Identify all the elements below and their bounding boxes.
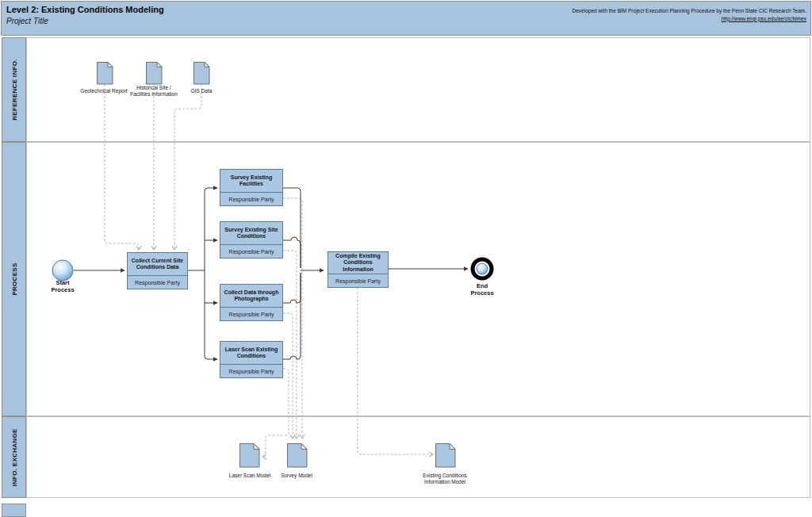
lane-info-exchange xyxy=(26,416,810,498)
responsible-party-label: Responsible Party xyxy=(220,307,282,320)
lane-label-reference-info: REFERENCE INFO. xyxy=(10,59,17,120)
task-survey-existing-site-conditions: Survey Existing Site Conditions Responsi… xyxy=(220,221,283,258)
task-title: Collect Current Site Conditions Data xyxy=(128,253,187,275)
end-process-label: End Process xyxy=(458,282,506,297)
task-title: Survey Existing Facilities xyxy=(220,170,282,192)
credit-text: Developed with the BIM Project Execution… xyxy=(573,8,806,13)
task-compile-existing-conditions-information: Compile Existing Conditions Information … xyxy=(327,251,389,288)
lane-strip-truncated xyxy=(2,504,26,517)
lane-strip-process: PROCESS xyxy=(2,142,26,416)
process-map-page: Level 2: Existing Conditions Modeling Pr… xyxy=(0,0,812,517)
survey-model-label: Survey Model xyxy=(261,473,332,479)
task-title: Laser Scan Existing Conditions xyxy=(220,342,282,364)
responsible-party-label: Responsible Party xyxy=(220,364,282,377)
title-bar: Level 2: Existing Conditions Modeling Pr… xyxy=(1,1,811,36)
project-title: Project Title xyxy=(6,17,48,25)
task-title: Survey Existing Site Conditions xyxy=(220,222,282,244)
lane-strip-info-exchange: INFO. EXCHANGE xyxy=(2,416,26,498)
existing-conditions-model-label: Existing Conditions Information Model xyxy=(409,473,481,485)
task-collect-data-through-photographs: Collect Data through Photographs Respons… xyxy=(220,284,283,321)
credit-block: Developed with the BIM Project Execution… xyxy=(573,7,806,23)
responsible-party-label: Responsible Party xyxy=(220,192,282,205)
task-survey-existing-facilities: Survey Existing Facilities Responsible P… xyxy=(220,169,283,206)
task-title: Compile Existing Conditions Information xyxy=(328,252,388,274)
responsible-party-label: Responsible Party xyxy=(328,274,388,287)
bimex-link[interactable]: http://www.engr.psu.edu/ae/cic/bimex xyxy=(722,16,806,21)
task-collect-current-site-conditions: Collect Current Site Conditions Data Res… xyxy=(127,252,188,289)
responsible-party-label: Responsible Party xyxy=(128,275,187,289)
responsible-party-label: Responsible Party xyxy=(220,244,282,258)
lane-strip-reference-info: REFERENCE INFO. xyxy=(2,37,26,142)
start-process-label: Start Process xyxy=(39,279,86,293)
task-laser-scan-existing-conditions: Laser Scan Existing Conditions Responsib… xyxy=(220,341,283,378)
lane-label-process: PROCESS xyxy=(10,262,17,295)
lane-label-info-exchange: INFO. EXCHANGE xyxy=(10,428,17,486)
task-title: Collect Data through Photographs xyxy=(220,285,282,307)
page-title: Level 2: Existing Conditions Modeling xyxy=(6,5,164,14)
gis-data-label: GIS Data xyxy=(166,88,237,94)
